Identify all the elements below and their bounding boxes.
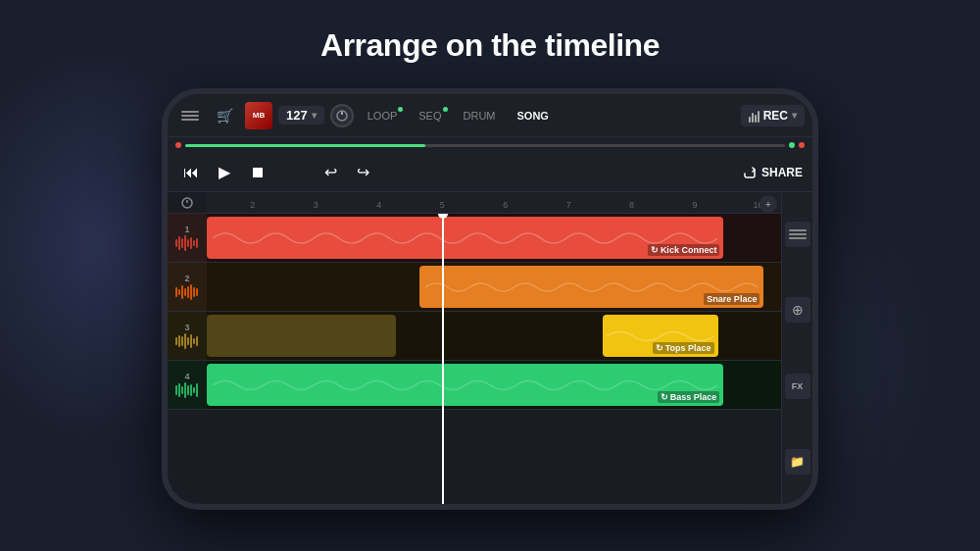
rec-button[interactable]: REC ▾: [741, 105, 805, 126]
zoom-button[interactable]: +: [760, 195, 777, 213]
track-row-3: ↻ Tops Place: [207, 312, 781, 361]
ruler-mark-4: 4: [376, 200, 381, 210]
track-waveform-2: [173, 283, 201, 301]
ruler-mark-7: 7: [566, 200, 571, 210]
track-row-1: ↻ Kick Connect: [207, 214, 781, 263]
page-title: Arrange on the timeline: [320, 27, 660, 64]
ruler-mark-8: 8: [629, 200, 634, 210]
snare-place-label: Snare Place: [704, 293, 760, 305]
ruler-mark-6: 6: [503, 200, 508, 210]
track-label-1: 1: [168, 214, 207, 263]
prog-bar-fill: [185, 144, 425, 147]
share-button[interactable]: SHARE: [743, 166, 803, 179]
tab-seq[interactable]: SEQ: [411, 107, 449, 125]
ruler-mark-5: 5: [440, 200, 445, 210]
track-num-3: 3: [184, 323, 189, 332]
fx-label: FX: [792, 381, 804, 391]
fx-button[interactable]: FX: [785, 374, 810, 399]
play-button[interactable]: ▶: [213, 161, 236, 183]
phone-frame: 🛒 MB 127 ▾ LOOP SEQ DRUM SONG: [162, 88, 818, 510]
track-num-2: 2: [184, 274, 189, 283]
track-num-1: 1: [184, 225, 189, 234]
right-panel: ⊕ FX 📁: [781, 192, 812, 504]
track-num-4: 4: [184, 372, 189, 381]
album-art: MB: [245, 102, 272, 129]
tab-loop[interactable]: LOOP: [360, 107, 406, 125]
menu-button[interactable]: [175, 107, 205, 125]
track-row-4: ↻ Bass Place: [207, 361, 781, 410]
tops-place-label: ↻ Tops Place: [653, 342, 714, 354]
eq-icon: [749, 109, 760, 123]
tab-song[interactable]: SONG: [510, 107, 557, 125]
transport-row: ⏮ ▶ ⏹ ↩ ↪ SHARE: [168, 153, 812, 192]
track-waveform-3: [173, 332, 201, 350]
track-label-3: 3: [168, 312, 207, 361]
files-button[interactable]: 📁: [785, 449, 810, 475]
tracks-area: ↻ Kick Connect: [207, 214, 781, 504]
bpm-display[interactable]: 127 ▾: [278, 106, 324, 125]
ruler-mark-9: 9: [693, 200, 698, 210]
redo-button[interactable]: ↪: [351, 161, 375, 183]
clip-snare[interactable]: Snare Place: [419, 266, 764, 308]
bpm-value: 127: [286, 108, 308, 123]
undo-button[interactable]: ↩: [318, 161, 343, 183]
expand-button[interactable]: [785, 222, 810, 247]
track-label-4: 4: [168, 361, 207, 410]
progress-row: [168, 137, 812, 153]
top-bar: 🛒 MB 127 ▾ LOOP SEQ DRUM SONG: [168, 94, 812, 137]
track-row-2: Snare Place: [207, 263, 781, 312]
skip-back-button[interactable]: ⏮: [177, 162, 205, 183]
bass-place-label: ↻ Bass Place: [658, 391, 720, 403]
phone-screen: 🛒 MB 127 ▾ LOOP SEQ DRUM SONG: [168, 94, 812, 504]
track-label-2: 2: [168, 263, 207, 312]
tempo-knob[interactable]: [330, 104, 354, 127]
timeline-main: 2 3 4 5 6 7 8 9 10 +: [207, 192, 781, 504]
ruler-spacer: [168, 192, 207, 214]
stop-button[interactable]: ⏹: [244, 162, 271, 183]
prog-bar-bg: [185, 144, 785, 147]
prog-dot-red2: [799, 142, 805, 148]
track-waveform-4: [173, 381, 201, 399]
prog-dot-red: [175, 142, 181, 148]
timeline-container: 1 2: [168, 192, 812, 504]
bpm-arrow: ▾: [312, 110, 317, 121]
track-waveform-1: [173, 234, 201, 252]
ruler: 2 3 4 5 6 7 8 9 10 +: [207, 192, 781, 214]
settings-button[interactable]: ⊕: [785, 297, 810, 323]
clip-bass[interactable]: ↻ Bass Place: [207, 364, 723, 406]
kick-connect-label: ↻ Kick Connect: [648, 244, 720, 256]
ruler-mark-3: 3: [314, 200, 318, 210]
clip-tops-dark[interactable]: [207, 315, 396, 357]
clip-kick[interactable]: ↻ Kick Connect: [207, 217, 723, 259]
rec-label: REC: [763, 109, 788, 123]
cart-button[interactable]: 🛒: [211, 104, 239, 127]
track-labels: 1 2: [168, 192, 207, 504]
prog-dot-green: [789, 142, 795, 148]
ruler-mark-2: 2: [250, 200, 255, 210]
clip-tops[interactable]: ↻ Tops Place: [603, 315, 717, 357]
rec-dropdown-arrow[interactable]: ▾: [792, 110, 797, 121]
tab-drum[interactable]: DRUM: [456, 107, 504, 125]
share-label: SHARE: [761, 166, 803, 179]
